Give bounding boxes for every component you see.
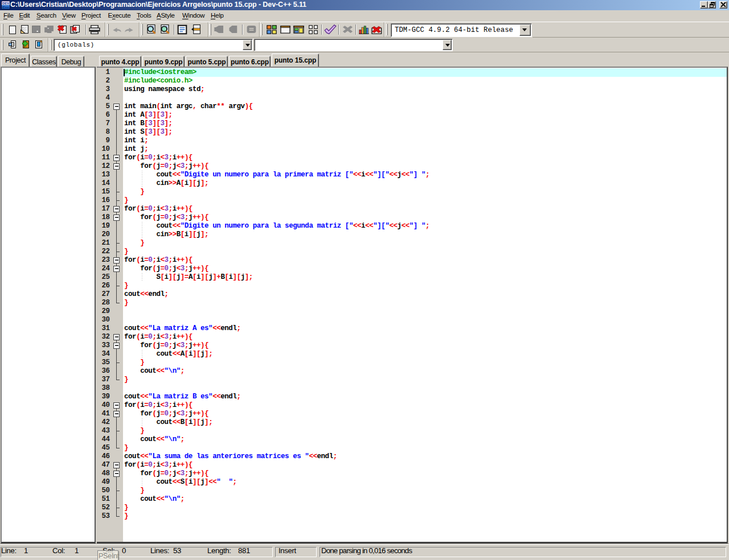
svg-text:DEV: DEV [2, 2, 9, 5]
svg-text:C++: C++ [2, 6, 9, 9]
